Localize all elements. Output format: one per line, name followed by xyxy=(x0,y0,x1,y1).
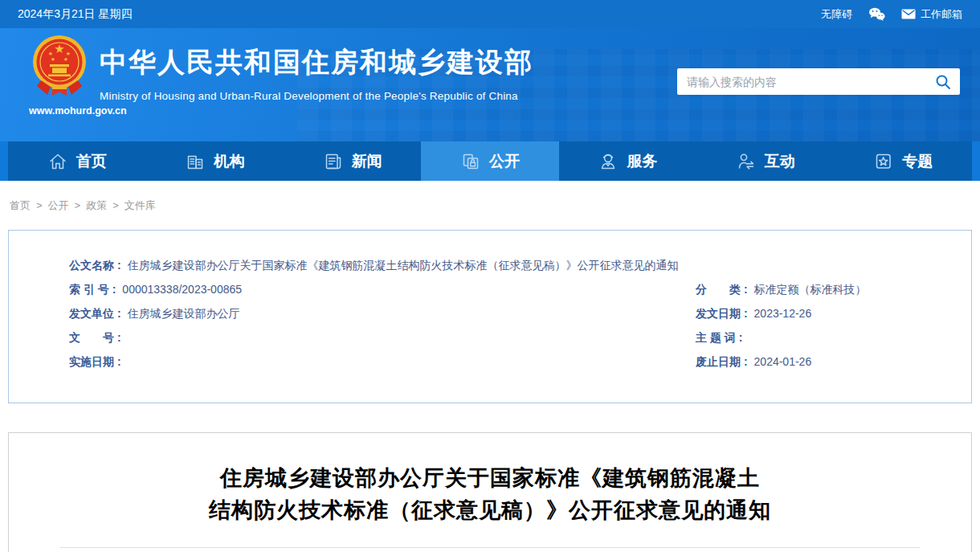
site-name-english: Ministry of Housing and Urban-Rural Deve… xyxy=(100,90,533,102)
meta-cell-issuing-unit: 发文单位 : 住房城乡建设部办公厅 xyxy=(69,301,696,325)
svg-text:★: ★ xyxy=(54,42,64,55)
document-title: 住房城乡建设部办公厅关于国家标准《建筑钢筋混凝土 结构防火技术标准（征求意见稿）… xyxy=(9,462,971,526)
breadcrumb-separator: > xyxy=(75,199,81,211)
meta-value-issuing-unit: 住房城乡建设部办公厅 xyxy=(128,301,240,325)
meta-label-issuing-unit: 发文单位 : xyxy=(69,301,121,325)
disclosure-lock-icon xyxy=(460,151,481,172)
meta-cell-index-number: 索 引 号 : 000013338/2023-00865 xyxy=(69,277,696,301)
nav-item-home[interactable]: 首页 xyxy=(8,141,145,181)
top-utility-bar: 2024年3月21日 星期四 无障碍 工 xyxy=(0,0,980,28)
main-nav: 首页 机构 新闻 xyxy=(8,141,972,181)
nav-label: 专题 xyxy=(902,151,933,172)
svg-text:★: ★ xyxy=(66,51,71,56)
meta-value-repeal-date: 2024-01-26 xyxy=(754,350,812,374)
meta-value-category: 标准定额（标准科技） xyxy=(754,277,867,301)
meta-label-document-name: 公文名称 : xyxy=(69,253,121,277)
accessibility-link[interactable]: 无障碍 xyxy=(821,7,852,22)
nav-label: 首页 xyxy=(76,151,107,172)
nav-item-special-topics[interactable]: 专题 xyxy=(835,141,972,181)
breadcrumb-separator: > xyxy=(36,199,43,211)
breadcrumb-separator: > xyxy=(112,199,119,211)
wechat-icon[interactable] xyxy=(868,7,885,21)
meta-cell-document-number: 文 号 : xyxy=(69,325,696,350)
nav-item-service[interactable]: 服务 xyxy=(559,141,696,181)
search-input[interactable] xyxy=(677,76,926,88)
meta-label-document-number: 文 号 : xyxy=(69,325,121,350)
meta-row: 索 引 号 : 000013338/2023-00865 分 类 : 标准定额（… xyxy=(69,277,955,301)
meta-label-category: 分 类 : xyxy=(696,277,748,301)
service-agent-icon xyxy=(598,151,619,172)
document-title-line-2: 结构防火技术标准（征求意见稿）》公开征求意见的通知 xyxy=(9,494,971,526)
nav-label: 机构 xyxy=(214,151,244,172)
nav-item-interaction[interactable]: 互动 xyxy=(696,141,834,181)
meta-value-document-name: 住房城乡建设部办公厅关于国家标准《建筑钢筋混凝土结构防火技术标准（征求意见稿）》… xyxy=(128,253,679,277)
site-name: 中华人民共和国住房和城乡建设部 xyxy=(100,44,533,81)
meta-value-index-number: 000013338/2023-00865 xyxy=(122,277,242,301)
current-date: 2024年3月21日 星期四 xyxy=(18,7,132,22)
nav-label: 新闻 xyxy=(352,151,382,172)
meta-label-repeal-date: 废止日期 : xyxy=(696,350,748,374)
meta-row: 文 号 : 主 题 词 : xyxy=(69,325,955,350)
accessibility-label: 无障碍 xyxy=(821,7,852,22)
meta-label-subject-words: 主 题 词 : xyxy=(696,325,742,350)
meta-row-document-name: 公文名称 : 住房城乡建设部办公厅关于国家标准《建筑钢筋混凝土结构防火技术标准（… xyxy=(69,253,955,277)
site-url: www.mohurd.gov.cn xyxy=(29,105,90,117)
mailbox-label: 工作邮箱 xyxy=(921,7,962,22)
meta-label-index-number: 索 引 号 : xyxy=(69,277,116,301)
breadcrumb-policy[interactable]: 政策 xyxy=(86,199,107,211)
meta-cell-issue-date: 发文日期 : 2023-12-26 xyxy=(696,301,955,325)
organization-icon xyxy=(185,151,206,172)
title-divider xyxy=(60,547,920,548)
breadcrumb-document-library[interactable]: 文件库 xyxy=(125,199,156,211)
nav-label: 公开 xyxy=(489,151,520,172)
svg-text:★: ★ xyxy=(51,56,55,62)
meta-cell-implementation-date: 实施日期 : xyxy=(69,350,696,374)
document-body-card: 住房城乡建设部办公厅关于国家标准《建筑钢筋混凝土 结构防火技术标准（征求意见稿）… xyxy=(8,432,972,552)
mail-icon xyxy=(901,9,916,19)
site-logo[interactable]: ★ ★ ★ ★ ★ www.mohurd.gov.cn xyxy=(29,32,90,117)
site-masthead: ★ ★ ★ ★ ★ www.mohurd.gov.cn 中华人民共和国住房和城乡… xyxy=(0,28,980,141)
special-topic-star-icon xyxy=(873,151,894,172)
national-emblem: ★ ★ ★ ★ ★ xyxy=(31,32,88,104)
news-icon xyxy=(323,151,344,172)
breadcrumb-disclosure[interactable]: 公开 xyxy=(48,199,69,211)
document-metadata-card: 公文名称 : 住房城乡建设部办公厅关于国家标准《建筑钢筋混凝土结构防火技术标准（… xyxy=(8,230,972,403)
home-icon xyxy=(47,151,68,172)
site-search xyxy=(677,68,960,95)
svg-text:★: ★ xyxy=(63,56,68,62)
interaction-icon xyxy=(736,151,757,172)
nav-item-organization[interactable]: 机构 xyxy=(145,141,283,181)
main-nav-strip: 首页 机构 新闻 xyxy=(0,141,980,181)
meta-label-implementation-date: 实施日期 : xyxy=(69,350,121,374)
meta-label-issue-date: 发文日期 : xyxy=(696,301,748,325)
document-title-line-1: 住房城乡建设部办公厅关于国家标准《建筑钢筋混凝土 xyxy=(9,462,971,494)
meta-cell-repeal-date: 废止日期 : 2024-01-26 xyxy=(696,350,955,374)
breadcrumb-home[interactable]: 首页 xyxy=(10,199,31,211)
meta-cell-subject-words: 主 题 词 : xyxy=(696,325,955,350)
work-mailbox-link[interactable]: 工作邮箱 xyxy=(901,7,962,22)
meta-row: 发文单位 : 住房城乡建设部办公厅 发文日期 : 2023-12-26 xyxy=(69,301,955,325)
meta-value-issue-date: 2023-12-26 xyxy=(754,301,812,325)
search-icon[interactable] xyxy=(926,68,960,95)
svg-text:★: ★ xyxy=(48,51,53,56)
nav-label: 服务 xyxy=(627,151,657,172)
nav-label: 互动 xyxy=(765,151,795,172)
nav-item-news[interactable]: 新闻 xyxy=(284,141,421,181)
breadcrumb: 首页>公开>政策>文件库 xyxy=(10,198,972,213)
meta-cell-category: 分 类 : 标准定额（标准科技） xyxy=(696,277,955,301)
nav-item-disclosure[interactable]: 公开 xyxy=(421,141,558,181)
meta-row: 实施日期 : 废止日期 : 2024-01-26 xyxy=(69,350,955,374)
